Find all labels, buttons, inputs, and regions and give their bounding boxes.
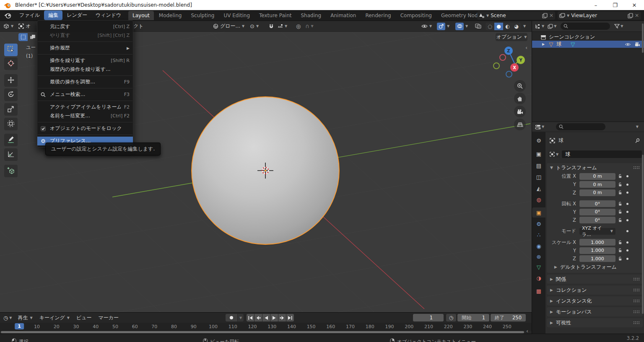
sidebar-collapse-arrow[interactable]: ‹ bbox=[525, 44, 527, 51]
edit-menu-item-1[interactable]: やり直す[Shift] [Ctrl] Z bbox=[37, 31, 133, 40]
gizmo-neg-x-axis[interactable] bbox=[499, 54, 506, 61]
unlock-icon[interactable] bbox=[618, 248, 622, 253]
properties-editor-type-button[interactable]: ▼ bbox=[535, 124, 544, 130]
edit-menu-item-15[interactable]: オブジェクトのモードをロック bbox=[37, 124, 133, 133]
transform-tool-button[interactable] bbox=[4, 118, 18, 130]
outliner-search-input[interactable] bbox=[561, 23, 610, 30]
edit-menu-item-13[interactable]: 名前を一括変更...[Ctrl] F2 bbox=[37, 111, 133, 120]
view-layer-properties-tab[interactable]: ◫ bbox=[532, 172, 545, 182]
pan-button[interactable] bbox=[514, 93, 526, 104]
select-mode-new-button[interactable] bbox=[18, 33, 28, 41]
pivot-point-dropdown[interactable]: ⊙ ▼ bbox=[250, 23, 259, 29]
panel-3[interactable]: ▶モーションパス bbox=[547, 307, 643, 316]
unlock-icon[interactable] bbox=[618, 202, 622, 206]
menu-ファイル[interactable]: ファイル bbox=[15, 10, 44, 20]
prev-keyframe-button[interactable] bbox=[254, 314, 262, 321]
scale-tool-button[interactable] bbox=[4, 103, 18, 116]
animate-dot[interactable] bbox=[626, 219, 628, 221]
jump-start-button[interactable] bbox=[247, 314, 254, 321]
transform-value-field[interactable]: 1.000 bbox=[579, 247, 615, 254]
material-properties-tab[interactable]: ◑ bbox=[532, 273, 545, 283]
animate-dot[interactable] bbox=[626, 184, 628, 186]
frame-start-field[interactable]: 開始 1 bbox=[457, 314, 489, 321]
shading-wireframe-button[interactable]: ◌ bbox=[486, 23, 494, 30]
panel-4[interactable]: ▶可視性 bbox=[547, 318, 643, 327]
disable-render-camera-icon[interactable] bbox=[634, 42, 640, 47]
physics-properties-tab[interactable]: ◉ bbox=[532, 241, 545, 251]
shading-material-preview-button[interactable]: ◐ bbox=[503, 23, 512, 30]
new-scene-icon[interactable] bbox=[542, 13, 548, 18]
workspace-tab-compositing[interactable]: Compositing bbox=[396, 11, 436, 20]
world-properties-tab[interactable]: ◍ bbox=[532, 194, 545, 205]
blender-app-icon[interactable] bbox=[4, 12, 12, 19]
unlock-icon[interactable] bbox=[618, 190, 622, 195]
box-select-tool-button[interactable] bbox=[4, 44, 18, 56]
chevron-down-icon[interactable]: ▼ bbox=[447, 24, 449, 28]
object-id-dropdown[interactable]: ▼ bbox=[548, 150, 560, 158]
menu-レンダー[interactable]: レンダー bbox=[62, 10, 91, 20]
unlock-icon[interactable] bbox=[618, 256, 622, 261]
transform-orientation-dropdown[interactable]: グロー... ▼ bbox=[213, 23, 244, 30]
next-keyframe-button[interactable] bbox=[278, 314, 286, 321]
scene-selector[interactable]: ▼ Scene ✕ bbox=[477, 11, 555, 20]
object-row-selected[interactable]: ▶ ▽ 球 ▽ bbox=[532, 41, 644, 48]
options-button[interactable]: オプション ▼ bbox=[496, 33, 527, 41]
minimize-button[interactable]: – bbox=[586, 0, 605, 10]
properties-options-dropdown[interactable]: ▼ bbox=[636, 125, 639, 129]
edit-menu-item-6[interactable]: 履歴内の操作を繰り返す... bbox=[37, 65, 133, 74]
xray-toggle[interactable] bbox=[475, 23, 481, 29]
object-properties-tab[interactable]: ▣ bbox=[532, 207, 545, 218]
panel-header[interactable]: ▶関係 bbox=[547, 275, 643, 284]
modifiers-properties-tab[interactable]: ⚙ bbox=[532, 219, 545, 229]
play-reverse-button[interactable] bbox=[262, 314, 270, 321]
panel-header[interactable]: ▶可視性 bbox=[547, 318, 643, 327]
unlock-icon[interactable] bbox=[618, 182, 622, 187]
gizmo-neg-y-axis[interactable] bbox=[493, 62, 500, 69]
restore-button[interactable]: ❐ bbox=[605, 0, 625, 10]
workspace-tab-uv-editing[interactable]: UV Editing bbox=[219, 11, 254, 20]
timeline-scrollbar[interactable] bbox=[1, 331, 524, 333]
panel-grip[interactable] bbox=[633, 321, 640, 324]
remove-view-layer-icon[interactable]: ✕ bbox=[635, 13, 639, 18]
transform-value-field[interactable]: 0 m bbox=[579, 181, 615, 188]
constraints-properties-tab[interactable]: ⊛ bbox=[532, 251, 545, 262]
object-name-field[interactable]: 球 bbox=[562, 150, 642, 158]
view-layer-selector[interactable]: ▼ ViewLayer ✕ bbox=[558, 11, 641, 20]
cursor-tool-button[interactable] bbox=[4, 57, 18, 70]
rotate-tool-button[interactable] bbox=[4, 88, 18, 101]
gizmo-x-axis[interactable]: X bbox=[510, 63, 519, 72]
outliner-filter-dropdown[interactable]: ▼ bbox=[548, 24, 556, 29]
outliner-scrollbar[interactable] bbox=[642, 23, 644, 53]
panel-header[interactable]: ▶コレクション bbox=[547, 285, 643, 295]
edit-menu-item-5[interactable]: 操作を繰り返す[Shift] R bbox=[37, 56, 133, 65]
workspace-tab-texture-paint[interactable]: Texture Paint bbox=[255, 11, 296, 20]
gizmo-z-axis[interactable]: Z bbox=[504, 47, 513, 55]
move-tool-button[interactable] bbox=[4, 74, 18, 87]
timeline-menu-ビュー[interactable]: ビュー bbox=[73, 314, 95, 322]
proportional-editing-toggle[interactable]: ◎ bbox=[296, 23, 301, 29]
panel-grip[interactable] bbox=[633, 288, 640, 292]
scene-properties-tab[interactable]: ◭ bbox=[532, 183, 545, 193]
panel-2[interactable]: ▶インスタンス化 bbox=[547, 296, 643, 306]
edit-menu-item-0[interactable]: 元に戻す[Ctrl] Z bbox=[37, 22, 133, 31]
rotation-mode-dropdown[interactable]: XYZ オイラ...▼ bbox=[579, 228, 615, 235]
perspective-toggle-button[interactable] bbox=[514, 119, 526, 130]
frame-end-field[interactable]: 終了 250 bbox=[491, 314, 526, 321]
shading-rendered-button[interactable]: ◕ bbox=[512, 23, 521, 30]
workspace-tab-layout[interactable]: Layout bbox=[128, 11, 154, 20]
pin-icon[interactable] bbox=[635, 138, 640, 143]
data-properties-tab[interactable]: ▽ bbox=[532, 262, 545, 272]
output-properties-tab[interactable]: ▤ bbox=[532, 161, 545, 171]
overlays-toggle[interactable] bbox=[455, 23, 464, 30]
panel-1[interactable]: ▶コレクション bbox=[547, 285, 643, 295]
animate-dot[interactable] bbox=[626, 192, 628, 194]
outliner-filter-button[interactable]: ▼ bbox=[614, 24, 623, 29]
transform-value-field[interactable]: 0° bbox=[579, 209, 615, 215]
transform-value-field[interactable]: 0° bbox=[579, 200, 615, 207]
timeline-menu-マーカー[interactable]: マーカー bbox=[95, 314, 122, 322]
jump-end-button[interactable] bbox=[286, 314, 294, 321]
auto-keying-button[interactable] bbox=[226, 314, 237, 321]
current-frame-field[interactable]: 1 bbox=[413, 314, 444, 321]
transform-value-field[interactable]: 1.000 bbox=[579, 255, 615, 262]
expand-arrow-icon[interactable]: ▶ bbox=[542, 42, 545, 46]
